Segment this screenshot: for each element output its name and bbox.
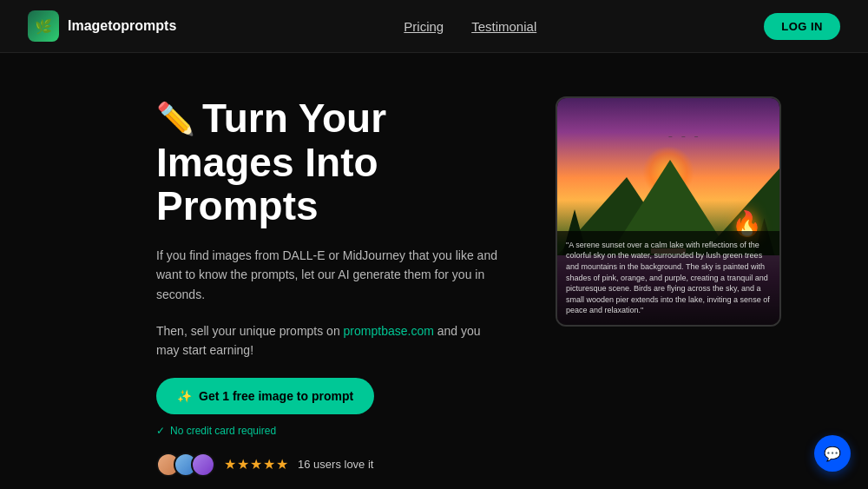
promptbase-link[interactable]: promptbase.com xyxy=(344,324,434,338)
nav-links: Pricing Testimonial xyxy=(404,19,536,34)
logo-icon: 🌿 xyxy=(35,18,52,35)
hero-right: ~ ~ ~ 🔥 "A serene sunset over a calm lak… xyxy=(556,96,781,327)
image-caption: "A serene sunset over a calm lake with r… xyxy=(557,231,779,325)
chat-bubble[interactable]: 💬 xyxy=(814,435,851,472)
brand: 🌿 Imagetoprompts xyxy=(28,10,176,42)
title-icon: ✏️ xyxy=(156,102,195,136)
hero-left: ✏️ Turn Your Images Into Prompts If you … xyxy=(156,96,503,489)
title-line2: Images Into xyxy=(156,141,378,185)
title-line3: Prompts xyxy=(156,184,319,228)
user-social-proof: ★★★★★ 16 users love it xyxy=(156,453,503,477)
hero-title: ✏️ Turn Your Images Into Prompts xyxy=(156,96,503,228)
star-rating: ★★★★★ xyxy=(224,456,289,472)
navbar: 🌿 Imagetoprompts Pricing Testimonial LOG… xyxy=(0,0,868,53)
cta-label: Get 1 free image to prompt xyxy=(199,389,353,403)
cta-button[interactable]: ✨ Get 1 free image to prompt xyxy=(156,378,374,414)
brand-name: Imagetoprompts xyxy=(68,18,176,34)
login-button[interactable]: LOG IN xyxy=(764,13,840,40)
birds: ~ ~ ~ xyxy=(668,133,701,141)
avatar-3 xyxy=(191,453,215,477)
users-text: users love it xyxy=(313,458,373,471)
hero-section: ✏️ Turn Your Images Into Prompts If you … xyxy=(0,53,868,489)
check-icon: ✓ xyxy=(156,425,165,437)
chat-icon: 💬 xyxy=(824,446,841,462)
no-cc-text: No credit card required xyxy=(170,425,276,437)
users-count: 16 xyxy=(298,458,310,471)
hero-subtitle2: Then, sell your unique prompts on prompt… xyxy=(156,321,503,360)
no-credit-card: ✓ No credit card required xyxy=(156,425,503,437)
hero-image: ~ ~ ~ 🔥 "A serene sunset over a calm lak… xyxy=(556,96,781,327)
brand-logo: 🌿 xyxy=(28,10,59,42)
title-line1: Turn Your xyxy=(202,96,386,141)
cta-icon: ✨ xyxy=(177,389,192,403)
subtitle2-prefix: Then, sell your unique prompts on xyxy=(156,324,344,338)
nav-link-pricing[interactable]: Pricing xyxy=(404,19,444,34)
avatar-stack xyxy=(156,453,215,477)
hero-subtitle1: If you find images from DALL-E or MidJou… xyxy=(156,246,503,304)
users-label: 16 users love it xyxy=(298,458,373,471)
nav-link-testimonial[interactable]: Testimonial xyxy=(471,19,536,34)
